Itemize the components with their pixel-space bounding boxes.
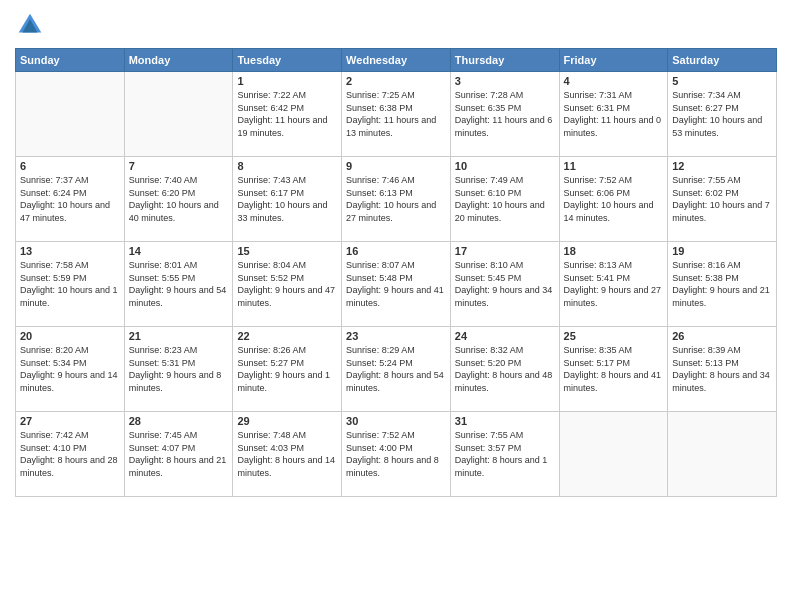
day-info: Sunrise: 7:52 AMSunset: 4:00 PMDaylight:… bbox=[346, 429, 446, 479]
header-cell-thursday: Thursday bbox=[450, 49, 559, 72]
day-cell: 4Sunrise: 7:31 AMSunset: 6:31 PMDaylight… bbox=[559, 72, 668, 157]
day-cell: 29Sunrise: 7:48 AMSunset: 4:03 PMDayligh… bbox=[233, 412, 342, 497]
day-info: Sunrise: 7:58 AMSunset: 5:59 PMDaylight:… bbox=[20, 259, 120, 309]
day-number: 20 bbox=[20, 330, 120, 342]
day-number: 7 bbox=[129, 160, 229, 172]
day-number: 21 bbox=[129, 330, 229, 342]
day-cell bbox=[668, 412, 777, 497]
day-number: 22 bbox=[237, 330, 337, 342]
day-info: Sunrise: 7:22 AMSunset: 6:42 PMDaylight:… bbox=[237, 89, 337, 139]
day-number: 19 bbox=[672, 245, 772, 257]
day-info: Sunrise: 7:43 AMSunset: 6:17 PMDaylight:… bbox=[237, 174, 337, 224]
day-cell: 20Sunrise: 8:20 AMSunset: 5:34 PMDayligh… bbox=[16, 327, 125, 412]
day-number: 10 bbox=[455, 160, 555, 172]
day-cell: 19Sunrise: 8:16 AMSunset: 5:38 PMDayligh… bbox=[668, 242, 777, 327]
day-info: Sunrise: 7:48 AMSunset: 4:03 PMDaylight:… bbox=[237, 429, 337, 479]
day-number: 5 bbox=[672, 75, 772, 87]
day-info: Sunrise: 7:31 AMSunset: 6:31 PMDaylight:… bbox=[564, 89, 664, 139]
day-cell: 23Sunrise: 8:29 AMSunset: 5:24 PMDayligh… bbox=[342, 327, 451, 412]
week-row-4: 20Sunrise: 8:20 AMSunset: 5:34 PMDayligh… bbox=[16, 327, 777, 412]
header-cell-tuesday: Tuesday bbox=[233, 49, 342, 72]
day-info: Sunrise: 8:16 AMSunset: 5:38 PMDaylight:… bbox=[672, 259, 772, 309]
day-number: 16 bbox=[346, 245, 446, 257]
day-cell: 17Sunrise: 8:10 AMSunset: 5:45 PMDayligh… bbox=[450, 242, 559, 327]
day-number: 8 bbox=[237, 160, 337, 172]
day-cell: 10Sunrise: 7:49 AMSunset: 6:10 PMDayligh… bbox=[450, 157, 559, 242]
day-info: Sunrise: 8:13 AMSunset: 5:41 PMDaylight:… bbox=[564, 259, 664, 309]
day-info: Sunrise: 8:23 AMSunset: 5:31 PMDaylight:… bbox=[129, 344, 229, 394]
day-number: 28 bbox=[129, 415, 229, 427]
day-number: 15 bbox=[237, 245, 337, 257]
day-info: Sunrise: 8:39 AMSunset: 5:13 PMDaylight:… bbox=[672, 344, 772, 394]
day-cell: 5Sunrise: 7:34 AMSunset: 6:27 PMDaylight… bbox=[668, 72, 777, 157]
day-cell: 31Sunrise: 7:55 AMSunset: 3:57 PMDayligh… bbox=[450, 412, 559, 497]
day-number: 11 bbox=[564, 160, 664, 172]
day-cell: 12Sunrise: 7:55 AMSunset: 6:02 PMDayligh… bbox=[668, 157, 777, 242]
day-cell: 18Sunrise: 8:13 AMSunset: 5:41 PMDayligh… bbox=[559, 242, 668, 327]
day-cell: 30Sunrise: 7:52 AMSunset: 4:00 PMDayligh… bbox=[342, 412, 451, 497]
day-cell bbox=[16, 72, 125, 157]
day-number: 25 bbox=[564, 330, 664, 342]
header-cell-sunday: Sunday bbox=[16, 49, 125, 72]
day-number: 6 bbox=[20, 160, 120, 172]
day-cell: 9Sunrise: 7:46 AMSunset: 6:13 PMDaylight… bbox=[342, 157, 451, 242]
day-cell: 8Sunrise: 7:43 AMSunset: 6:17 PMDaylight… bbox=[233, 157, 342, 242]
day-number: 4 bbox=[564, 75, 664, 87]
day-info: Sunrise: 8:04 AMSunset: 5:52 PMDaylight:… bbox=[237, 259, 337, 309]
day-info: Sunrise: 8:07 AMSunset: 5:48 PMDaylight:… bbox=[346, 259, 446, 309]
day-info: Sunrise: 7:46 AMSunset: 6:13 PMDaylight:… bbox=[346, 174, 446, 224]
day-info: Sunrise: 7:49 AMSunset: 6:10 PMDaylight:… bbox=[455, 174, 555, 224]
day-info: Sunrise: 8:26 AMSunset: 5:27 PMDaylight:… bbox=[237, 344, 337, 394]
calendar-table: SundayMondayTuesdayWednesdayThursdayFrid… bbox=[15, 48, 777, 497]
day-cell: 26Sunrise: 8:39 AMSunset: 5:13 PMDayligh… bbox=[668, 327, 777, 412]
day-cell: 24Sunrise: 8:32 AMSunset: 5:20 PMDayligh… bbox=[450, 327, 559, 412]
day-number: 9 bbox=[346, 160, 446, 172]
day-number: 14 bbox=[129, 245, 229, 257]
day-number: 23 bbox=[346, 330, 446, 342]
header-cell-saturday: Saturday bbox=[668, 49, 777, 72]
day-number: 2 bbox=[346, 75, 446, 87]
day-info: Sunrise: 8:10 AMSunset: 5:45 PMDaylight:… bbox=[455, 259, 555, 309]
header-cell-wednesday: Wednesday bbox=[342, 49, 451, 72]
day-cell: 2Sunrise: 7:25 AMSunset: 6:38 PMDaylight… bbox=[342, 72, 451, 157]
day-number: 1 bbox=[237, 75, 337, 87]
day-cell: 1Sunrise: 7:22 AMSunset: 6:42 PMDaylight… bbox=[233, 72, 342, 157]
day-number: 17 bbox=[455, 245, 555, 257]
day-info: Sunrise: 7:25 AMSunset: 6:38 PMDaylight:… bbox=[346, 89, 446, 139]
logo bbox=[15, 10, 49, 40]
day-cell bbox=[124, 72, 233, 157]
day-info: Sunrise: 8:32 AMSunset: 5:20 PMDaylight:… bbox=[455, 344, 555, 394]
day-info: Sunrise: 7:34 AMSunset: 6:27 PMDaylight:… bbox=[672, 89, 772, 139]
day-info: Sunrise: 8:01 AMSunset: 5:55 PMDaylight:… bbox=[129, 259, 229, 309]
day-cell bbox=[559, 412, 668, 497]
day-number: 31 bbox=[455, 415, 555, 427]
day-number: 13 bbox=[20, 245, 120, 257]
day-info: Sunrise: 7:55 AMSunset: 3:57 PMDaylight:… bbox=[455, 429, 555, 479]
day-number: 29 bbox=[237, 415, 337, 427]
day-info: Sunrise: 7:55 AMSunset: 6:02 PMDaylight:… bbox=[672, 174, 772, 224]
day-info: Sunrise: 8:29 AMSunset: 5:24 PMDaylight:… bbox=[346, 344, 446, 394]
day-number: 3 bbox=[455, 75, 555, 87]
day-info: Sunrise: 8:35 AMSunset: 5:17 PMDaylight:… bbox=[564, 344, 664, 394]
header-cell-friday: Friday bbox=[559, 49, 668, 72]
day-cell: 14Sunrise: 8:01 AMSunset: 5:55 PMDayligh… bbox=[124, 242, 233, 327]
day-cell: 3Sunrise: 7:28 AMSunset: 6:35 PMDaylight… bbox=[450, 72, 559, 157]
day-cell: 25Sunrise: 8:35 AMSunset: 5:17 PMDayligh… bbox=[559, 327, 668, 412]
day-cell: 7Sunrise: 7:40 AMSunset: 6:20 PMDaylight… bbox=[124, 157, 233, 242]
day-cell: 13Sunrise: 7:58 AMSunset: 5:59 PMDayligh… bbox=[16, 242, 125, 327]
day-cell: 27Sunrise: 7:42 AMSunset: 4:10 PMDayligh… bbox=[16, 412, 125, 497]
header-cell-monday: Monday bbox=[124, 49, 233, 72]
logo-icon bbox=[15, 10, 45, 40]
day-info: Sunrise: 8:20 AMSunset: 5:34 PMDaylight:… bbox=[20, 344, 120, 394]
day-info: Sunrise: 7:45 AMSunset: 4:07 PMDaylight:… bbox=[129, 429, 229, 479]
day-info: Sunrise: 7:40 AMSunset: 6:20 PMDaylight:… bbox=[129, 174, 229, 224]
day-number: 12 bbox=[672, 160, 772, 172]
header bbox=[15, 10, 777, 40]
week-row-1: 1Sunrise: 7:22 AMSunset: 6:42 PMDaylight… bbox=[16, 72, 777, 157]
day-number: 27 bbox=[20, 415, 120, 427]
day-cell: 21Sunrise: 8:23 AMSunset: 5:31 PMDayligh… bbox=[124, 327, 233, 412]
day-cell: 15Sunrise: 8:04 AMSunset: 5:52 PMDayligh… bbox=[233, 242, 342, 327]
day-info: Sunrise: 7:42 AMSunset: 4:10 PMDaylight:… bbox=[20, 429, 120, 479]
day-number: 30 bbox=[346, 415, 446, 427]
week-row-5: 27Sunrise: 7:42 AMSunset: 4:10 PMDayligh… bbox=[16, 412, 777, 497]
